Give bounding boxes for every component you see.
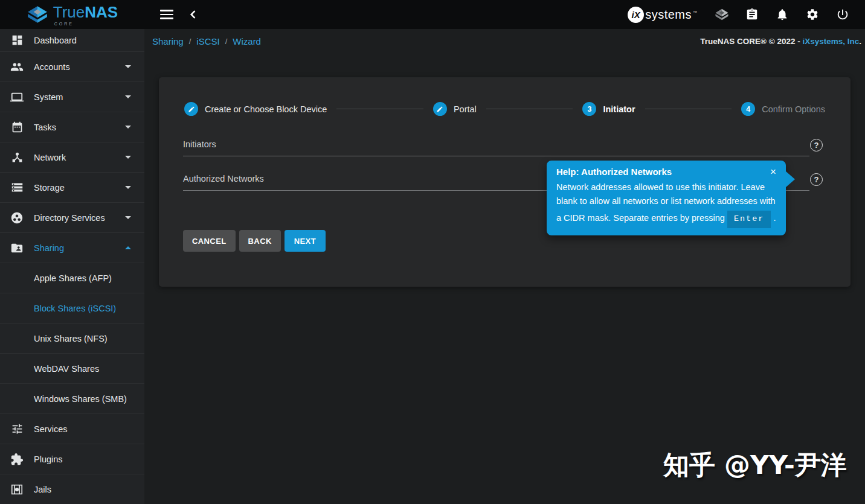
chevron-down-icon: [125, 126, 131, 129]
step-confirm-options[interactable]: 4 Confirm Options: [741, 102, 825, 116]
step-label: Initiator: [603, 104, 635, 114]
folder-shared-icon: [10, 241, 24, 255]
sidebar-item-label: Sharing: [34, 243, 125, 253]
chevron-down-icon: [125, 156, 131, 159]
help-tooltip: Help: Authorized Networks × Network addr…: [547, 161, 786, 235]
tooltip-arrow: [785, 171, 795, 188]
wizard-stepper: Create or Choose Block Device Portal 3 I…: [184, 102, 825, 116]
ix-logo-text: systems: [645, 8, 692, 22]
breadcrumb-link-wizard[interactable]: Wizard: [233, 36, 261, 46]
bell-icon[interactable]: [774, 7, 790, 22]
sidebar-item-directory-services[interactable]: Directory Services: [0, 203, 144, 233]
laptop-icon: [10, 91, 24, 104]
sidebar-item-windows-shares-smb[interactable]: Windows Shares (SMB): [0, 384, 144, 414]
power-icon[interactable]: [835, 7, 851, 22]
truenas-logo[interactable]: TrueNAS CORE: [0, 4, 144, 25]
sidebar-item-sharing[interactable]: Sharing: [0, 233, 144, 263]
step-number-badge: 3: [582, 102, 596, 116]
tune-icon: [10, 423, 24, 435]
clipboard-icon[interactable]: [744, 7, 760, 22]
chevron-down-icon: [125, 65, 131, 68]
sidebar-item-label: WebDAV Shares: [34, 364, 135, 374]
enter-key-chip: Enter: [727, 211, 771, 228]
initiators-label: Initiators: [183, 139, 216, 149]
sidebar-item-webdav-shares[interactable]: WebDAV Shares: [0, 354, 144, 384]
sidebar-item-accounts[interactable]: Accounts: [0, 52, 144, 82]
sidebar-item-system[interactable]: System: [0, 82, 144, 112]
chevron-down-icon: [125, 95, 131, 98]
chevron-down-icon: [125, 216, 131, 219]
breadcrumb-link-sharing[interactable]: Sharing: [152, 36, 184, 46]
sidebar-item-label: Tasks: [34, 123, 125, 132]
truenas-logo-icon: [27, 5, 48, 24]
tooltip-body: Network addresses allowed to use this in…: [556, 180, 777, 228]
sidebar-item-label: Network: [34, 153, 125, 162]
step-connector: [336, 109, 423, 109]
main-content: Sharing / iSCSI / Wizard TrueNAS CORE® ©…: [144, 29, 865, 504]
cancel-button[interactable]: CANCEL: [183, 230, 236, 252]
close-icon[interactable]: ×: [769, 167, 777, 177]
sidebar-item-storage[interactable]: Storage: [0, 173, 144, 203]
jail-icon: [10, 483, 24, 496]
step-label: Portal: [454, 104, 477, 114]
ixsystems-link[interactable]: iXsystems, Inc: [802, 37, 859, 46]
authorized-networks-label: Authorized Networks: [183, 174, 264, 183]
breadcrumb-separator: /: [189, 37, 191, 46]
sidebar-item-dashboard[interactable]: Dashboard: [0, 29, 144, 52]
sidebar-item-label: Services: [34, 424, 135, 434]
sidebar-item-label: System: [34, 92, 125, 102]
breadcrumb-link-iscsi[interactable]: iSCSI: [196, 36, 219, 46]
truenas-logo-text: TrueNAS CORE: [53, 4, 118, 25]
sidebar-item-jails[interactable]: Jails: [0, 474, 144, 504]
ix-mark-icon: iX: [628, 7, 644, 23]
directory-services-icon: [10, 211, 24, 225]
sidebar-item-block-shares-iscsi[interactable]: Block Shares (iSCSI): [0, 293, 144, 324]
next-button[interactable]: NEXT: [285, 230, 326, 252]
back-button[interactable]: BACK: [239, 230, 281, 252]
sidebar-item-plugins[interactable]: Plugins: [0, 444, 144, 474]
tooltip-title: Help: Authorized Networks: [556, 167, 769, 177]
sidebar-item-label: Unix Shares (NFS): [34, 334, 135, 343]
truenas-cube-icon[interactable]: [714, 7, 730, 22]
sidebar-item-unix-shares-nfs[interactable]: Unix Shares (NFS): [0, 324, 144, 354]
puzzle-icon: [10, 453, 24, 466]
menu-hamburger-icon[interactable]: [159, 7, 175, 22]
sidebar-item-tasks[interactable]: Tasks: [0, 112, 144, 142]
step-connector: [645, 109, 732, 109]
sidebar-nav: Dashboard Accounts System Tasks Network …: [0, 29, 144, 504]
breadcrumb-separator: /: [225, 37, 228, 46]
copyright-text: TrueNAS CORE® © 2022 - iXsystems, Inc.: [700, 37, 861, 46]
step-number-badge: 4: [741, 102, 755, 116]
sidebar-item-label: Dashboard: [34, 36, 135, 45]
step-label: Create or Choose Block Device: [205, 104, 327, 114]
sidebar-item-label: Block Shares (iSCSI): [34, 304, 135, 313]
step-connector: [486, 109, 573, 109]
initiators-input[interactable]: [183, 156, 809, 156]
sidebar-item-network[interactable]: Network: [0, 142, 144, 173]
sidebar-item-apple-shares-afp[interactable]: Apple Shares (AFP): [0, 263, 144, 293]
ix-trademark: ™: [693, 10, 697, 14]
calendar-icon: [10, 121, 24, 133]
sidebar-item-label: Plugins: [34, 455, 135, 464]
people-icon: [10, 60, 24, 74]
chevron-up-icon: [125, 246, 131, 249]
edit-pencil-icon: [433, 102, 447, 116]
back-chevron-icon[interactable]: [185, 7, 201, 22]
step-create-block-device[interactable]: Create or Choose Block Device: [184, 102, 327, 116]
network-icon: [10, 151, 24, 164]
step-label: Confirm Options: [762, 104, 825, 114]
sidebar-item-label: Storage: [34, 183, 125, 193]
edit-pencil-icon: [184, 102, 198, 116]
sidebar-item-label: Apple Shares (AFP): [34, 273, 135, 283]
sidebar-item-label: Jails: [34, 485, 135, 494]
gear-icon[interactable]: [805, 7, 820, 22]
wizard-actions: CANCEL BACK NEXT: [183, 230, 326, 252]
initiators-help-icon[interactable]: ?: [810, 139, 823, 152]
ixsystems-logo: iX systems ™: [628, 7, 697, 23]
step-initiator[interactable]: 3 Initiator: [582, 102, 635, 116]
authorized-networks-help-icon[interactable]: ?: [810, 173, 823, 186]
storage-icon: [10, 181, 24, 194]
step-portal[interactable]: Portal: [433, 102, 477, 116]
watermark: 知乎 @YY-尹洋: [663, 448, 847, 483]
sidebar-item-services[interactable]: Services: [0, 414, 144, 444]
